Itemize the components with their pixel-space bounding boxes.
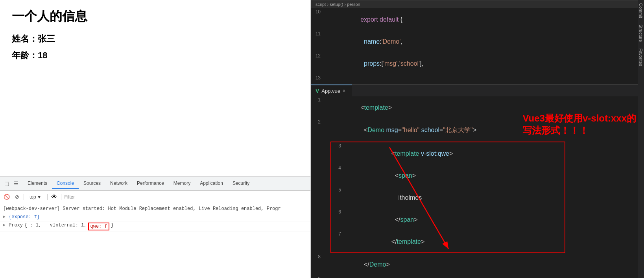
console-line-proxy[interactable]: ▶ Proxy {_: 1, __vInternal: 1, qwe: f }: [0, 221, 310, 232]
clear-console-icon[interactable]: 🚫: [3, 193, 10, 201]
devtools-panel: ⬚ ☰ Elements Console Sources Network Per…: [0, 176, 310, 278]
eye-icon[interactable]: 👁: [51, 193, 58, 201]
structure-tab[interactable]: Structure: [638, 21, 644, 45]
app-line-8: 8 </Demo>: [311, 253, 644, 275]
cursor-icon[interactable]: ☰: [13, 180, 20, 187]
right-panel: script › setup() › person 10 export defa…: [311, 0, 644, 278]
commit-tab[interactable]: Commit: [638, 0, 644, 21]
app-line-4: 4 <span>: [331, 164, 565, 186]
toolbar-separator: [24, 194, 24, 200]
editor-section: script › setup() › person 10 export defa…: [311, 0, 644, 278]
line-num-10: 10: [311, 8, 325, 15]
inspect-icon[interactable]: ⬚: [3, 180, 10, 187]
toolbar-separator-3: [61, 194, 61, 200]
top-dropdown[interactable]: top ▼: [27, 193, 44, 201]
demo-code-lines: 10 export default { 11 name:'Demo',: [311, 8, 644, 85]
proxy-qwe-highlight: qwe: f: [88, 223, 109, 230]
left-content-wrapper: 一个人的信息 姓名：张三 年龄：18 ⬚ ☰ Elements Console …: [0, 0, 310, 278]
name-row: 姓名：张三: [12, 33, 299, 45]
page-title: 一个人的信息: [12, 8, 299, 25]
code-line-10: 10 export default {: [311, 8, 644, 30]
left-panel: 一个人的信息 姓名：张三 年龄：18 ⬚ ☰ Elements Console …: [0, 0, 311, 278]
top-label: top: [30, 194, 36, 200]
content-area: 一个人的信息 姓名：张三 年龄：18: [0, 0, 310, 176]
app-vue-close[interactable]: ×: [343, 88, 345, 94]
annotation-box: Vue3最好使用v-slot:xxx的写法形式！！！: [522, 112, 636, 136]
tab-security[interactable]: Security: [228, 178, 254, 189]
console-line-expose[interactable]: ▶ {expose: f}: [0, 213, 310, 221]
devtools-toolbar: 🚫 ⊘ top ▼ 👁: [0, 191, 310, 203]
toolbar-separator-2: [47, 194, 48, 200]
devtools-icons: ⬚ ☰: [3, 180, 20, 187]
filter-input[interactable]: [65, 194, 307, 200]
editor-main: script › setup() › person 10 export defa…: [311, 0, 644, 278]
code-line-13: 13: [311, 74, 644, 83]
console-settings-icon[interactable]: ⊘: [13, 193, 20, 201]
file-tab-bar: V App.vue ×: [311, 85, 644, 96]
editor-bottom: Vue3最好使用v-slot:xxx的写法形式！！！ 1 <template>: [311, 96, 644, 278]
app-line-3: 3 <template v-slot:qwe>: [331, 142, 565, 164]
expose-text: {expose: f}: [9, 214, 40, 220]
app-vue-name: App.vue: [321, 88, 340, 94]
devtools-tabs: ⬚ ☰ Elements Console Sources Network Per…: [0, 177, 310, 191]
code-line-14: 14 setup(props,context){: [311, 83, 644, 85]
code-line-11: 11 name:'Demo',: [311, 30, 644, 52]
breadcrumb-top: script › setup() › person: [311, 0, 644, 8]
main-container: 一个人的信息 姓名：张三 年龄：18 ⬚ ☰ Elements Console …: [0, 0, 644, 278]
code-line-12: 12 props:['msg','school'],: [311, 52, 644, 74]
tab-elements[interactable]: Elements: [23, 178, 52, 189]
tab-network[interactable]: Network: [105, 178, 132, 189]
tab-console[interactable]: Console: [52, 178, 79, 189]
tab-application[interactable]: Application: [195, 178, 228, 189]
proxy-arrow[interactable]: ▶: [3, 223, 6, 227]
dropdown-arrow: ▼: [37, 194, 42, 200]
tab-memory[interactable]: Memory: [169, 178, 195, 189]
editor-top: script › setup() › person 10 export defa…: [311, 0, 644, 85]
proxy-close: }: [111, 223, 114, 228]
annotation-text: Vue3最好使用v-slot:xxx的写法形式！！！: [522, 112, 636, 136]
line-content-10: export default {: [331, 8, 644, 30]
tab-performance[interactable]: Performance: [132, 178, 169, 189]
console-output: [webpack-dev-server] Server started: Hot…: [0, 203, 310, 278]
favorites-tab[interactable]: Favorites: [638, 45, 644, 69]
app-line-9: 9 </template>: [311, 275, 644, 278]
vue-icon: V: [316, 88, 319, 94]
proxy-content: {_: 1, __vInternal: 1,: [24, 223, 87, 228]
breadcrumb-text: script › setup() › person: [316, 2, 360, 7]
expose-arrow[interactable]: ▶: [3, 214, 6, 219]
webpack-message: [webpack-dev-server] Server started: Hot…: [3, 206, 281, 212]
console-line-webpack: [webpack-dev-server] Server started: Hot…: [0, 205, 310, 213]
side-tabs: Commit Structure Favorites: [638, 0, 644, 278]
app-line-5: 5 itholmes: [331, 186, 565, 208]
age-row: 年龄：18: [12, 50, 299, 61]
red-box-section: 3 <template v-slot:qwe> 4: [330, 142, 565, 253]
tab-sources[interactable]: Sources: [79, 178, 105, 189]
proxy-label: Proxy: [9, 223, 23, 228]
app-line-7: 7 </template>: [331, 230, 565, 252]
app-vue-tab[interactable]: V App.vue ×: [311, 85, 352, 96]
app-line-6: 6 </span>: [331, 208, 565, 230]
